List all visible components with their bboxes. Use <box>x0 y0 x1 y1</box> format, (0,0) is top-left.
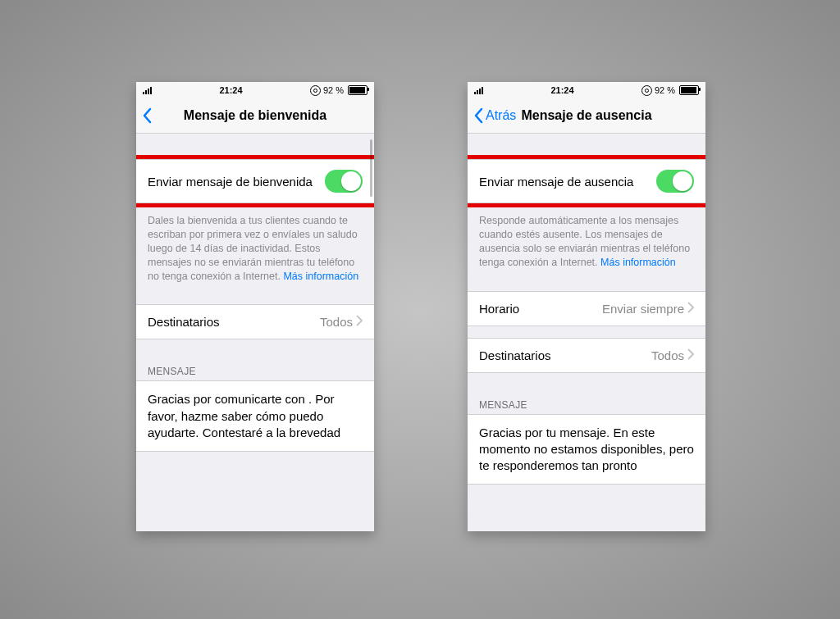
phone-away: 21:24 92 % Atrás Mensaje de ausencia Env… <box>468 82 705 531</box>
chevron-left-icon <box>472 107 484 124</box>
battery-icon <box>679 85 699 95</box>
battery-icon <box>348 85 368 95</box>
send-away-toggle-row: Enviar mensaje de ausencia <box>468 159 705 203</box>
toggle-label: Enviar mensaje de ausencia <box>479 175 656 189</box>
message-section-header: MENSAJE <box>136 361 374 380</box>
more-info-link[interactable]: Más información <box>600 257 676 268</box>
recipients-value: Todos <box>320 315 353 329</box>
highlight-frame: Enviar mensaje de ausencia <box>468 155 705 207</box>
back-label: Atrás <box>486 108 516 123</box>
recipients-label: Destinatarios <box>479 348 651 362</box>
battery-percent: 92 % <box>655 85 675 95</box>
comparison-stage: 21:24 92 % Mensaje de bienvenida Enviar … <box>0 0 840 619</box>
nav-header: Mensaje de bienvenida <box>136 98 374 134</box>
message-section-header: MENSAJE <box>468 394 705 414</box>
chevron-right-icon <box>687 302 694 316</box>
status-bar: 21:24 92 % <box>468 82 705 98</box>
signal-icon <box>143 86 152 94</box>
welcome-message-row[interactable]: Gracias por comunicarte con . Por favor,… <box>136 380 374 452</box>
recipients-row[interactable]: Destinatarios Todos <box>136 304 374 339</box>
back-button[interactable]: Atrás <box>472 107 516 124</box>
scroll-indicator[interactable] <box>370 139 372 197</box>
chevron-right-icon <box>687 348 694 362</box>
send-away-toggle[interactable] <box>656 170 694 193</box>
more-info-link[interactable]: Más información <box>283 271 358 282</box>
away-message-text: Gracias por tu mensaje. En este momento … <box>479 425 694 475</box>
schedule-row[interactable]: Horario Enviar siempre <box>468 291 705 326</box>
schedule-value: Enviar siempre <box>602 302 684 316</box>
recipients-row[interactable]: Destinatarios Todos <box>468 338 705 373</box>
status-time: 21:24 <box>550 85 573 95</box>
away-description: Responde automáticamente a los mensajes … <box>468 207 705 270</box>
chevron-left-icon <box>141 107 153 124</box>
nav-header: Atrás Mensaje de ausencia <box>468 98 705 134</box>
toggle-label: Enviar mensaje de bienvenida <box>148 175 325 189</box>
signal-icon <box>474 86 483 94</box>
back-button[interactable] <box>141 107 182 124</box>
battery-percent: 92 % <box>323 85 344 95</box>
away-message-row[interactable]: Gracias por tu mensaje. En este momento … <box>468 414 705 485</box>
send-welcome-toggle-row: Enviar mensaje de bienvenida <box>136 159 374 203</box>
phone-welcome: 21:24 92 % Mensaje de bienvenida Enviar … <box>136 82 374 531</box>
recipients-label: Destinatarios <box>148 315 320 329</box>
schedule-label: Horario <box>479 302 602 316</box>
chevron-right-icon <box>356 315 363 329</box>
welcome-description: Dales la bienvenida a tus clientes cuand… <box>136 207 374 283</box>
rotation-lock-icon <box>641 85 652 96</box>
welcome-message-text: Gracias por comunicarte con . Por favor,… <box>148 391 356 441</box>
status-time: 21:24 <box>219 85 242 95</box>
rotation-lock-icon <box>310 85 321 96</box>
highlight-frame: Enviar mensaje de bienvenida <box>136 155 374 207</box>
send-welcome-toggle[interactable] <box>325 170 363 193</box>
status-bar: 21:24 92 % <box>136 82 374 98</box>
recipients-value: Todos <box>651 348 684 362</box>
